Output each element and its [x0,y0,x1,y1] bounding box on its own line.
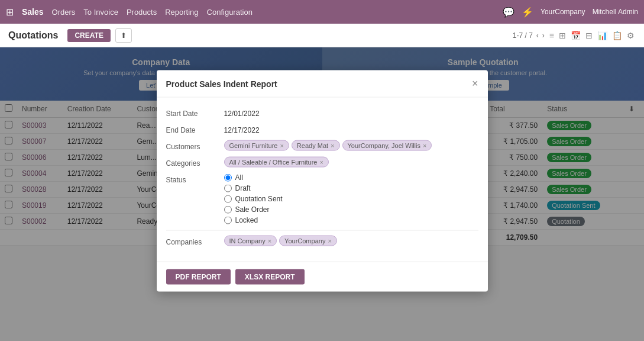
modal-close-button[interactable]: × [472,78,478,90]
nav-products[interactable]: Products [127,8,157,17]
grid-icon[interactable]: ⊞ [6,7,14,18]
companies-label: Companies [166,236,219,246]
customer-tag-0-label: Gemini Furniture [229,142,278,149]
category-tag-0-remove[interactable]: × [319,159,323,166]
company-tag-1-label: YourCompany [284,237,325,245]
status-all-label: All [235,173,243,182]
categories-tags: All / Saleable / Office Furniture × [224,157,329,168]
category-tag-0-label: All / Saleable / Office Furniture [229,159,318,166]
customer-tag-2-remove[interactable]: × [423,142,426,149]
customers-row: Customers Gemini Furniture × Ready Mat ×… [166,140,478,151]
brand-label: Sales [22,7,44,17]
pivot-view-icon[interactable]: ⊟ [584,30,594,41]
end-date-label: End Date [166,124,219,134]
modal-dialog: Product Sales Indent Report × Start Date… [157,70,488,292]
prev-icon[interactable]: ‹ [536,31,539,40]
status-quotation-sent-label: Quotation Sent [235,195,283,203]
status-locked-label: Locked [235,216,258,224]
company-tag-1: YourCompany × [279,236,337,246]
company-tag-0-label: IN Company [229,237,266,245]
nav-menu: Orders To Invoice Products Reporting Con… [52,8,253,17]
top-navigation: ⊞ Sales Orders To Invoice Products Repor… [0,0,644,24]
status-draft[interactable]: Draft [224,184,283,192]
modal-title: Product Sales Indent Report [166,79,277,88]
modal-body: Start Date 12/01/2022 End Date 12/17/202… [157,98,488,262]
page-title: Quotations [8,30,58,41]
status-draft-radio[interactable] [224,184,232,192]
customer-tag-2-label: YourCompany, Joel Willis [348,142,421,149]
pagination-label: 1-7 / 7 [513,31,533,40]
customer-tag-1-label: Ready Mat [297,142,328,149]
sub-header-right: 1-7 / 7 ‹ › ≡ ⊞ 📅 ⊟ 📊 📋 ⚙ [513,30,636,41]
status-quotation-sent[interactable]: Quotation Sent [224,195,283,203]
nav-configuration[interactable]: Configuration [207,8,253,17]
settings-view-icon[interactable]: ⚙ [626,30,636,41]
view-icons: ≡ ⊞ 📅 ⊟ 📊 📋 ⚙ [548,30,636,41]
next-icon[interactable]: › [542,31,545,40]
customer-tag-0: Gemini Furniture × [224,140,289,151]
start-date-value[interactable]: 12/01/2022 [224,107,260,118]
status-locked-radio[interactable] [224,216,232,224]
status-sale-order-radio[interactable] [224,205,232,213]
customer-tag-0-remove[interactable]: × [280,142,283,149]
customers-label: Customers [166,140,219,151]
end-date-row: End Date 12/17/2022 [166,124,478,134]
calendar-view-icon[interactable]: 📅 [569,30,582,41]
end-date-value[interactable]: 12/17/2022 [224,124,260,134]
status-radio-group: All Draft Quotation Sent Sale Order Lock… [224,173,283,224]
status-label: Status [166,173,219,184]
kanban-view-icon[interactable]: ⊞ [558,30,567,41]
page-content: Company Data Set your company's data for… [0,47,644,341]
start-date-row: Start Date 12/01/2022 [166,107,478,118]
categories-row: Categories All / Saleable / Office Furni… [166,157,478,168]
nav-reporting[interactable]: Reporting [165,8,198,17]
company-tag-0-remove[interactable]: × [268,237,271,245]
modal-footer: PDF REPORT XLSX REPORT [157,262,488,292]
companies-row: Companies IN Company × YourCompany × [166,236,478,246]
upload-button[interactable]: ⬆ [115,28,132,43]
status-sale-order[interactable]: Sale Order [224,205,283,214]
status-sale-order-label: Sale Order [235,205,270,214]
modal-header: Product Sales Indent Report × [157,70,488,98]
status-locked[interactable]: Locked [224,216,283,224]
nav-left: ⊞ Sales Orders To Invoice Products Repor… [6,7,253,18]
xlsx-report-button[interactable]: XLSX REPORT [235,269,305,285]
companies-tags: IN Company × YourCompany × [224,236,337,246]
graph-view-icon[interactable]: 📊 [596,30,609,41]
pdf-report-button[interactable]: PDF REPORT [166,269,231,285]
status-quotation-sent-radio[interactable] [224,195,232,202]
customer-tag-1: Ready Mat × [292,140,340,151]
customers-tags: Gemini Furniture × Ready Mat × YourCompa… [224,140,432,151]
start-date-label: Start Date [166,107,219,118]
company-tag-1-remove[interactable]: × [328,237,331,245]
company-label[interactable]: YourCompany [541,8,585,16]
customer-tag-1-remove[interactable]: × [331,142,334,149]
nav-right: 💬 ⚡ YourCompany Mitchell Admin [503,7,638,18]
categories-label: Categories [166,157,219,168]
status-all[interactable]: All [224,173,283,182]
list-view-icon[interactable]: ≡ [548,30,555,41]
status-draft-label: Draft [235,184,251,192]
activity-icon[interactable]: ⚡ [522,7,533,18]
nav-to-invoice[interactable]: To Invoice [83,8,118,17]
customer-tag-2: YourCompany, Joel Willis × [342,140,432,151]
company-tag-0: IN Company × [224,236,277,246]
activity-view-icon[interactable]: 📋 [611,30,623,41]
status-all-radio[interactable] [224,173,232,181]
user-label[interactable]: Mitchell Admin [593,8,638,16]
status-row: Status All Draft Quotation Sent Sale Ord… [166,173,478,224]
chat-icon[interactable]: 💬 [503,7,514,18]
create-button[interactable]: CREATE [67,29,110,42]
category-tag-0: All / Saleable / Office Furniture × [224,157,329,168]
sub-header: Quotations CREATE ⬆ 1-7 / 7 ‹ › ≡ ⊞ 📅 ⊟ … [0,24,644,47]
nav-orders[interactable]: Orders [52,8,76,17]
